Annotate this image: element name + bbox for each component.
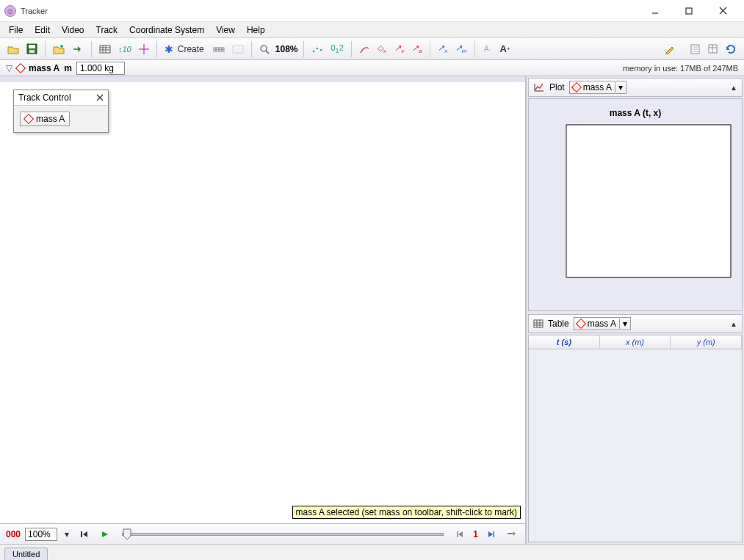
calibration-icon[interactable]: ↕10 (115, 41, 134, 57)
track-control-close-icon[interactable] (96, 94, 104, 101)
toolbar: ↕10 ✱ Create 108% 012 ◇x ↗v ↗a ↗x ↗m (0, 38, 744, 60)
chart[interactable]: mass A (t, x)-10-50510-10-50510t (s)x (m… (531, 106, 740, 304)
open-video-icon[interactable] (50, 41, 68, 57)
svg-point-22 (313, 50, 315, 52)
plot-icon[interactable] (533, 82, 545, 92)
step-back-button[interactable] (452, 526, 469, 542)
track-item-massA[interactable]: mass A (20, 112, 70, 126)
frame-number[interactable]: 000 (6, 529, 21, 539)
svg-rect-34 (494, 531, 495, 537)
menu-coordinate-system[interactable]: Coordinate System (123, 23, 210, 37)
v-vector-icon[interactable]: ↗v (391, 41, 408, 57)
table-selector-label: mass A (588, 319, 616, 329)
plot-track-selector[interactable]: mass A ▾ (569, 81, 626, 94)
svg-point-17 (218, 48, 220, 50)
track-control-titlebar[interactable]: Track Control (14, 90, 108, 106)
memory-status: memory in use: 17MB of 247MB (623, 64, 738, 73)
track-control-panel[interactable]: Track Control mass A (13, 90, 109, 133)
track-color-icon (576, 319, 586, 329)
mass-input[interactable] (76, 62, 125, 75)
track-name-label[interactable]: mass A (29, 63, 59, 73)
clip-settings-icon[interactable] (96, 41, 114, 57)
document-tab[interactable]: Untitled (4, 548, 48, 560)
save-icon[interactable] (24, 41, 40, 57)
svg-point-20 (261, 46, 267, 51)
menu-video[interactable]: Video (56, 23, 90, 37)
collapse-plot-icon[interactable]: ▲ (730, 84, 737, 92)
app-title: Tracker (21, 7, 48, 15)
svg-rect-36 (566, 125, 731, 277)
vector-icon[interactable] (356, 41, 372, 57)
plot-panel-label: Plot (549, 82, 565, 92)
step-forward-button[interactable] (483, 526, 499, 542)
table-col-t[interactable]: t (s) (529, 335, 600, 349)
svg-point-24 (320, 48, 322, 51)
axes-icon[interactable] (136, 41, 152, 57)
play-rate-input[interactable] (25, 528, 57, 541)
chevron-down-icon: ▾ (615, 82, 623, 92)
table-icon[interactable] (533, 319, 543, 328)
menu-help[interactable]: Help (241, 23, 271, 37)
svg-rect-55 (534, 320, 543, 327)
zoom-icon[interactable] (256, 41, 272, 57)
left-pane: mass A selected (set mass on toolbar, sh… (0, 76, 527, 544)
menu-edit[interactable]: Edit (29, 23, 56, 37)
status-hint: mass A selected (set mass on toolbar, sh… (292, 506, 521, 519)
refresh-icon[interactable] (722, 41, 740, 57)
svg-line-21 (266, 51, 269, 54)
plot-panel-header: Plot mass A ▾ ▲ (528, 78, 743, 97)
menu-track[interactable]: Track (90, 23, 124, 37)
open-icon[interactable] (4, 41, 22, 57)
menu-file[interactable]: File (3, 23, 29, 37)
plot-selector-label: mass A (583, 82, 612, 92)
frame-slider[interactable] (122, 533, 444, 536)
playback-bar: 000 ▾ 1 (0, 523, 525, 544)
table-col-x[interactable]: x (m) (600, 335, 671, 349)
track-dropdown-icon[interactable]: ▽ (6, 63, 12, 73)
minimize-button[interactable] (638, 1, 672, 21)
maximize-button[interactable] (672, 1, 706, 21)
notes-icon[interactable] (687, 41, 703, 57)
table-col-y[interactable]: y (m) (671, 335, 742, 349)
font-larger-icon[interactable]: A+ (497, 41, 513, 57)
export-icon[interactable] (69, 41, 87, 57)
pencil-icon[interactable] (662, 41, 678, 57)
m-vector-icon[interactable]: ↗m (452, 41, 470, 57)
table-panel-header: Table mass A ▾ ▲ (528, 314, 743, 333)
rate-dropdown-icon[interactable]: ▾ (62, 526, 72, 542)
plot-area[interactable]: mass A (t, x)-10-50510-10-50510t (s)x (m… (528, 98, 743, 311)
svg-rect-32 (81, 531, 82, 537)
show-trails-icon[interactable] (210, 41, 228, 57)
menubar: File Edit Video Track Coordinate System … (0, 22, 744, 38)
video-panel[interactable]: mass A selected (set mass on toolbar, sh… (0, 76, 525, 523)
chevron-down-icon: ▾ (619, 319, 627, 329)
close-button[interactable] (706, 1, 740, 21)
path-line-icon[interactable]: 012 (328, 41, 346, 57)
track-item-label: mass A (36, 114, 65, 124)
collapse-table-icon[interactable]: ▲ (730, 320, 737, 328)
track-control-title: Track Control (18, 92, 71, 103)
loop-button[interactable] (503, 526, 519, 542)
svg-point-7 (60, 45, 63, 48)
data-table[interactable]: t (s) x (m) y (m) (528, 335, 743, 542)
app-icon: ◎ (4, 5, 16, 17)
rewind-button[interactable] (76, 526, 93, 542)
play-button[interactable] (97, 526, 113, 542)
data-tool-icon[interactable] (704, 41, 720, 57)
a-vector-icon[interactable]: ↗a (409, 41, 425, 57)
table-header-row: t (s) x (m) y (m) (529, 335, 742, 349)
zoom-level[interactable]: 108% (274, 44, 300, 54)
track-color-icon (571, 82, 582, 92)
tabstrip: Untitled (0, 544, 744, 560)
create-button[interactable]: ✱ Create (162, 41, 209, 57)
font-smaller-icon[interactable]: A- (480, 41, 496, 57)
slider-thumb-icon[interactable] (123, 528, 131, 540)
mass-field-label: m (64, 63, 72, 73)
x-position-icon[interactable]: ◇x (374, 41, 390, 57)
table-track-selector[interactable]: mass A ▾ (574, 317, 631, 330)
path-points-icon[interactable] (308, 41, 326, 57)
labels-icon[interactable] (229, 41, 247, 57)
svg-point-16 (215, 48, 217, 50)
p-vector-icon[interactable]: ↗x (435, 41, 451, 57)
menu-view[interactable]: View (210, 23, 241, 37)
